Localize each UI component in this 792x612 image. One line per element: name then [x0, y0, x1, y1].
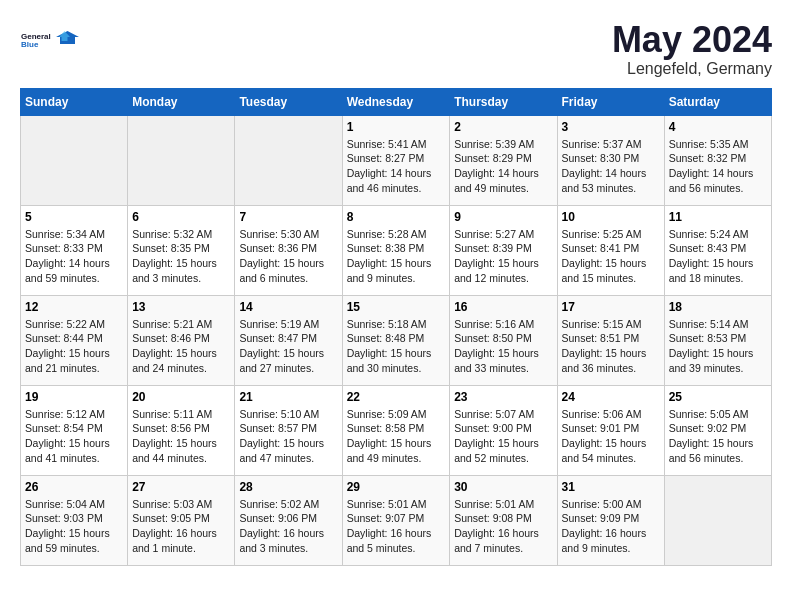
calendar-cell: 25Sunrise: 5:05 AMSunset: 9:02 PMDayligh… [664, 385, 771, 475]
calendar-cell: 14Sunrise: 5:19 AMSunset: 8:47 PMDayligh… [235, 295, 342, 385]
day-number: 2 [454, 120, 552, 134]
day-number: 22 [347, 390, 446, 404]
day-number: 4 [669, 120, 767, 134]
calendar-cell: 3Sunrise: 5:37 AMSunset: 8:30 PMDaylight… [557, 115, 664, 205]
day-info: Sunrise: 5:35 AMSunset: 8:32 PMDaylight:… [669, 137, 767, 196]
calendar-cell: 30Sunrise: 5:01 AMSunset: 9:08 PMDayligh… [450, 475, 557, 565]
calendar-cell: 15Sunrise: 5:18 AMSunset: 8:48 PMDayligh… [342, 295, 450, 385]
day-info: Sunrise: 5:05 AMSunset: 9:02 PMDaylight:… [669, 407, 767, 466]
calendar-cell: 1Sunrise: 5:41 AMSunset: 8:27 PMDaylight… [342, 115, 450, 205]
day-info: Sunrise: 5:27 AMSunset: 8:39 PMDaylight:… [454, 227, 552, 286]
calendar-cell [21, 115, 128, 205]
calendar-cell: 24Sunrise: 5:06 AMSunset: 9:01 PMDayligh… [557, 385, 664, 475]
calendar-cell: 2Sunrise: 5:39 AMSunset: 8:29 PMDaylight… [450, 115, 557, 205]
week-row-3: 12Sunrise: 5:22 AMSunset: 8:44 PMDayligh… [21, 295, 772, 385]
calendar-cell: 10Sunrise: 5:25 AMSunset: 8:41 PMDayligh… [557, 205, 664, 295]
day-number: 16 [454, 300, 552, 314]
day-info: Sunrise: 5:07 AMSunset: 9:00 PMDaylight:… [454, 407, 552, 466]
day-info: Sunrise: 5:28 AMSunset: 8:38 PMDaylight:… [347, 227, 446, 286]
calendar-cell: 7Sunrise: 5:30 AMSunset: 8:36 PMDaylight… [235, 205, 342, 295]
header-sunday: Sunday [21, 88, 128, 115]
calendar-cell: 16Sunrise: 5:16 AMSunset: 8:50 PMDayligh… [450, 295, 557, 385]
calendar-cell: 8Sunrise: 5:28 AMSunset: 8:38 PMDaylight… [342, 205, 450, 295]
day-number: 11 [669, 210, 767, 224]
day-number: 20 [132, 390, 230, 404]
day-info: Sunrise: 5:09 AMSunset: 8:58 PMDaylight:… [347, 407, 446, 466]
day-number: 3 [562, 120, 660, 134]
calendar-cell: 18Sunrise: 5:14 AMSunset: 8:53 PMDayligh… [664, 295, 771, 385]
day-number: 31 [562, 480, 660, 494]
calendar-cell: 28Sunrise: 5:02 AMSunset: 9:06 PMDayligh… [235, 475, 342, 565]
day-info: Sunrise: 5:32 AMSunset: 8:35 PMDaylight:… [132, 227, 230, 286]
header-wednesday: Wednesday [342, 88, 450, 115]
day-info: Sunrise: 5:04 AMSunset: 9:03 PMDaylight:… [25, 497, 123, 556]
logo-svg: General Blue [20, 20, 80, 60]
day-number: 29 [347, 480, 446, 494]
calendar-cell: 27Sunrise: 5:03 AMSunset: 9:05 PMDayligh… [128, 475, 235, 565]
logo: General Blue [20, 20, 80, 60]
calendar-cell: 13Sunrise: 5:21 AMSunset: 8:46 PMDayligh… [128, 295, 235, 385]
day-number: 27 [132, 480, 230, 494]
calendar-cell [235, 115, 342, 205]
day-number: 19 [25, 390, 123, 404]
day-number: 12 [25, 300, 123, 314]
calendar-cell: 11Sunrise: 5:24 AMSunset: 8:43 PMDayligh… [664, 205, 771, 295]
day-info: Sunrise: 5:30 AMSunset: 8:36 PMDaylight:… [239, 227, 337, 286]
day-info: Sunrise: 5:22 AMSunset: 8:44 PMDaylight:… [25, 317, 123, 376]
day-number: 7 [239, 210, 337, 224]
title-block: May 2024 Lengefeld, Germany [612, 20, 772, 78]
day-number: 10 [562, 210, 660, 224]
page-header: General Blue May 2024 Lengefeld, Germany [20, 20, 772, 78]
day-number: 9 [454, 210, 552, 224]
day-number: 23 [454, 390, 552, 404]
day-number: 1 [347, 120, 446, 134]
calendar-cell: 19Sunrise: 5:12 AMSunset: 8:54 PMDayligh… [21, 385, 128, 475]
day-info: Sunrise: 5:14 AMSunset: 8:53 PMDaylight:… [669, 317, 767, 376]
day-number: 6 [132, 210, 230, 224]
day-info: Sunrise: 5:39 AMSunset: 8:29 PMDaylight:… [454, 137, 552, 196]
day-info: Sunrise: 5:15 AMSunset: 8:51 PMDaylight:… [562, 317, 660, 376]
header-row: SundayMondayTuesdayWednesdayThursdayFrid… [21, 88, 772, 115]
calendar-cell: 23Sunrise: 5:07 AMSunset: 9:00 PMDayligh… [450, 385, 557, 475]
calendar-cell: 22Sunrise: 5:09 AMSunset: 8:58 PMDayligh… [342, 385, 450, 475]
day-number: 28 [239, 480, 337, 494]
day-info: Sunrise: 5:02 AMSunset: 9:06 PMDaylight:… [239, 497, 337, 556]
day-info: Sunrise: 5:11 AMSunset: 8:56 PMDaylight:… [132, 407, 230, 466]
day-info: Sunrise: 5:18 AMSunset: 8:48 PMDaylight:… [347, 317, 446, 376]
header-monday: Monday [128, 88, 235, 115]
day-info: Sunrise: 5:16 AMSunset: 8:50 PMDaylight:… [454, 317, 552, 376]
location: Lengefeld, Germany [612, 60, 772, 78]
day-number: 13 [132, 300, 230, 314]
day-info: Sunrise: 5:01 AMSunset: 9:08 PMDaylight:… [454, 497, 552, 556]
day-info: Sunrise: 5:21 AMSunset: 8:46 PMDaylight:… [132, 317, 230, 376]
day-number: 25 [669, 390, 767, 404]
day-info: Sunrise: 5:34 AMSunset: 8:33 PMDaylight:… [25, 227, 123, 286]
day-info: Sunrise: 5:19 AMSunset: 8:47 PMDaylight:… [239, 317, 337, 376]
day-info: Sunrise: 5:00 AMSunset: 9:09 PMDaylight:… [562, 497, 660, 556]
day-info: Sunrise: 5:10 AMSunset: 8:57 PMDaylight:… [239, 407, 337, 466]
day-info: Sunrise: 5:24 AMSunset: 8:43 PMDaylight:… [669, 227, 767, 286]
calendar-cell: 31Sunrise: 5:00 AMSunset: 9:09 PMDayligh… [557, 475, 664, 565]
calendar-cell [128, 115, 235, 205]
header-tuesday: Tuesday [235, 88, 342, 115]
header-saturday: Saturday [664, 88, 771, 115]
day-number: 26 [25, 480, 123, 494]
calendar-cell: 29Sunrise: 5:01 AMSunset: 9:07 PMDayligh… [342, 475, 450, 565]
calendar-cell: 21Sunrise: 5:10 AMSunset: 8:57 PMDayligh… [235, 385, 342, 475]
calendar-cell: 6Sunrise: 5:32 AMSunset: 8:35 PMDaylight… [128, 205, 235, 295]
calendar-cell: 26Sunrise: 5:04 AMSunset: 9:03 PMDayligh… [21, 475, 128, 565]
day-number: 17 [562, 300, 660, 314]
day-number: 24 [562, 390, 660, 404]
day-info: Sunrise: 5:01 AMSunset: 9:07 PMDaylight:… [347, 497, 446, 556]
day-number: 8 [347, 210, 446, 224]
day-number: 18 [669, 300, 767, 314]
header-friday: Friday [557, 88, 664, 115]
calendar-cell: 5Sunrise: 5:34 AMSunset: 8:33 PMDaylight… [21, 205, 128, 295]
week-row-5: 26Sunrise: 5:04 AMSunset: 9:03 PMDayligh… [21, 475, 772, 565]
calendar-cell: 17Sunrise: 5:15 AMSunset: 8:51 PMDayligh… [557, 295, 664, 385]
week-row-1: 1Sunrise: 5:41 AMSunset: 8:27 PMDaylight… [21, 115, 772, 205]
day-number: 30 [454, 480, 552, 494]
day-number: 21 [239, 390, 337, 404]
calendar-cell: 20Sunrise: 5:11 AMSunset: 8:56 PMDayligh… [128, 385, 235, 475]
calendar-table: SundayMondayTuesdayWednesdayThursdayFrid… [20, 88, 772, 566]
